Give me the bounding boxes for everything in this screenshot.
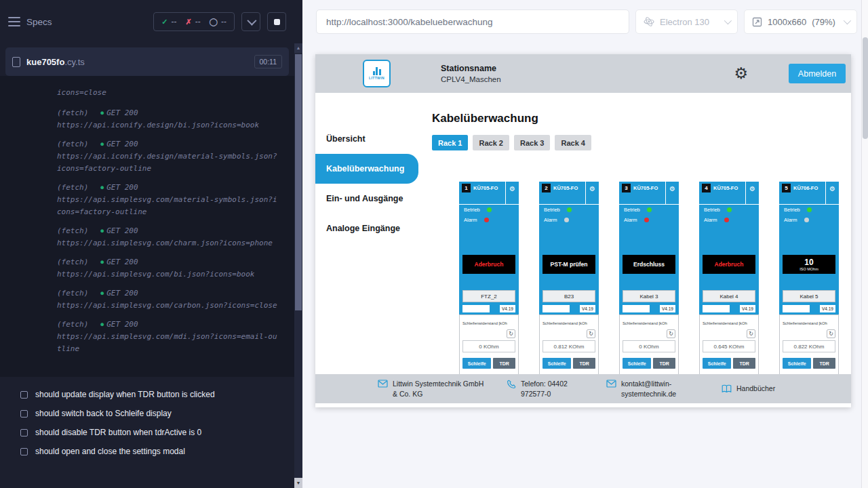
- phone-icon: [507, 380, 516, 389]
- refresh-icon[interactable]: ↻: [827, 329, 835, 338]
- status-display: Erdschluss: [623, 255, 675, 274]
- test-icon: [20, 391, 28, 399]
- schleife-button[interactable]: Schleife: [623, 358, 651, 369]
- schleife-button[interactable]: Schleife: [703, 358, 731, 369]
- browser-selector[interactable]: Electron 130: [635, 9, 738, 34]
- fetch-label: (fetch): [57, 183, 88, 192]
- fetch-log-entry[interactable]: (fetch)●GET 200 https://api.iconify.desi…: [57, 107, 282, 131]
- cable-monitor-card: 2 KÜ705-FO ⚙ Betrieb Alarm: [539, 182, 599, 375]
- test-icon: [20, 429, 28, 436]
- sidebar-nav-item[interactable]: Kabelüberwachung: [315, 154, 418, 184]
- viewport-zoom: (79%): [812, 17, 835, 27]
- tdr-button[interactable]: TDR: [653, 358, 675, 369]
- test-icon: [20, 448, 28, 455]
- rack-tab[interactable]: Rack 2: [473, 135, 509, 150]
- schleife-button[interactable]: Schleife: [783, 358, 811, 369]
- refresh-icon[interactable]: ↻: [507, 329, 515, 338]
- fetch-log-entry[interactable]: (fetch)●GET 200 https://api.iconify.desi…: [57, 138, 282, 175]
- tdr-button[interactable]: TDR: [813, 358, 835, 369]
- refresh-icon[interactable]: ↻: [667, 329, 675, 338]
- fetch-log-entry[interactable]: (fetch)●GET 200 https://api.simplesvg.co…: [57, 256, 282, 281]
- tdr-button[interactable]: TDR: [493, 358, 515, 369]
- card-version-row: V4.19: [703, 305, 755, 312]
- settings-gear-icon[interactable]: ⚙: [734, 66, 748, 81]
- spec-file-name: kue705fo.cy.ts: [26, 57, 85, 67]
- schleife-button[interactable]: Schleife: [462, 358, 491, 369]
- url-input[interactable]: [317, 17, 629, 27]
- fetch-label: (fetch): [57, 320, 88, 329]
- test-list-item[interactable]: should update display when TDR button is…: [0, 385, 294, 404]
- test-list-item[interactable]: should open and close the settings modal: [0, 442, 294, 461]
- viewport-selector[interactable]: 1000x660 (79%): [744, 9, 857, 34]
- page-scrollbar[interactable]: [861, 0, 868, 488]
- card-settings-gear-icon[interactable]: ⚙: [749, 185, 755, 192]
- sidebar-nav-item[interactable]: Analoge Eingänge: [315, 214, 420, 243]
- cable-name-field[interactable]: Kabel 5: [783, 290, 835, 302]
- measurement-value: 0 KOhm: [462, 340, 515, 352]
- schleife-button[interactable]: Schleife: [542, 358, 571, 369]
- status-unit: ISO MOhm: [800, 267, 818, 271]
- page-scrollbar-thumb[interactable]: [863, 37, 868, 139]
- firmware-version: V4.19: [500, 305, 515, 312]
- tdr-button[interactable]: TDR: [573, 358, 595, 369]
- stop-run-button[interactable]: [267, 12, 286, 31]
- measurement-label: Schleifenwiderstand [kOhm]: [623, 321, 667, 325]
- fetch-log-entry[interactable]: (fetch)●GET 200 https://api.simplesvg.co…: [57, 225, 282, 249]
- status-ok-dot: ●: [100, 321, 104, 327]
- tdr-button[interactable]: TDR: [733, 358, 755, 369]
- fetch-log-entry[interactable]: (fetch)●GET 200 https://api.simplesvg.co…: [57, 287, 282, 312]
- footer-manuals[interactable]: Handbücher: [722, 384, 775, 393]
- logout-button[interactable]: Abmelden: [789, 64, 846, 83]
- rack-tab[interactable]: Rack 1: [432, 135, 468, 150]
- test-list-item[interactable]: should disable TDR button when tdrActive…: [0, 423, 294, 442]
- card-settings-gear-icon[interactable]: ⚙: [589, 185, 595, 192]
- mode-buttons: Schleife TDR: [542, 358, 595, 369]
- status-display: Aderbruch: [462, 255, 515, 274]
- electron-icon: [644, 16, 654, 27]
- fetch-log-entry[interactable]: (fetch)●GET 200 https://api.simplesvg.co…: [57, 182, 282, 218]
- scroll-up-icon[interactable]: ▲: [294, 43, 302, 53]
- scrollbar-thumb[interactable]: [295, 54, 302, 310]
- app-under-test: LITTWIN Stationsname CPLV4_Maschen ⚙ Abm…: [315, 54, 851, 407]
- address-bar: [316, 9, 629, 34]
- refresh-icon[interactable]: ↻: [587, 329, 595, 338]
- fetch-log-entry[interactable]: (fetch)●GET 200 https://api.simplesvg.co…: [57, 319, 282, 355]
- scroll-down-icon[interactable]: ▼: [294, 478, 302, 488]
- test-list: should update display when TDR button is…: [0, 377, 294, 488]
- test-list-item[interactable]: should switch back to Schleife display: [0, 404, 294, 423]
- reporter-scrollbar[interactable]: ▲ ▼: [294, 43, 302, 488]
- card-settings-gear-icon[interactable]: ⚙: [509, 185, 515, 192]
- log-continuation-line[interactable]: icons=close: [57, 87, 282, 99]
- card-settings-gear-icon[interactable]: ⚙: [829, 185, 835, 192]
- refresh-icon[interactable]: ↻: [747, 329, 755, 338]
- sidebar-nav-item[interactable]: Übersicht: [315, 124, 420, 154]
- card-gear-cell: ⚙: [825, 182, 839, 205]
- station-info: Stationsname CPLV4_Maschen: [441, 64, 501, 83]
- test-title: should open and close the settings modal: [35, 447, 185, 456]
- card-settings-gear-icon[interactable]: ⚙: [669, 185, 675, 192]
- specs-menu-icon[interactable]: [8, 17, 20, 26]
- mode-buttons: Schleife TDR: [462, 358, 515, 369]
- cable-name-field[interactable]: B23: [542, 290, 595, 302]
- rack-tab[interactable]: Rack 3: [514, 135, 550, 150]
- spec-header[interactable]: kue705fo.cy.ts 00:11: [5, 47, 289, 76]
- cable-monitor-card: 4 KÜ705-FO ⚙ Betrieb Alarm: [699, 182, 759, 375]
- collapse-button[interactable]: [241, 12, 260, 31]
- specs-label[interactable]: Specs: [26, 17, 52, 27]
- cable-name-field[interactable]: Kabel 3: [623, 290, 675, 302]
- card-number-badge: 5: [782, 184, 791, 192]
- measurement-label: Schleifenwiderstand [kOhm]: [783, 321, 827, 325]
- pending-icon: ◯: [210, 18, 218, 26]
- stat-passed: ✓--: [161, 17, 176, 26]
- logo-bars-icon: [373, 67, 381, 75]
- device-cards: 1 KÜ705-FO ⚙ Betrieb Alarm: [459, 182, 851, 375]
- sidebar-nav-item[interactable]: Ein- und Ausgänge: [315, 184, 420, 214]
- measurement-label: Schleifenwiderstand [kOhm]: [703, 321, 747, 325]
- fetch-log-list: (fetch)●GET 200 https://api.iconify.desi…: [57, 107, 282, 355]
- cable-name-field[interactable]: Kabel 4: [703, 290, 755, 302]
- book-icon: [722, 384, 732, 393]
- alarm-status-led: [804, 218, 809, 222]
- cable-name-field[interactable]: FTZ_2: [462, 290, 515, 302]
- measurement-panel: Schleifenwiderstand [kOhm] ↻ 0.645 KOhm …: [699, 314, 759, 375]
- rack-tab[interactable]: Rack 4: [555, 135, 591, 150]
